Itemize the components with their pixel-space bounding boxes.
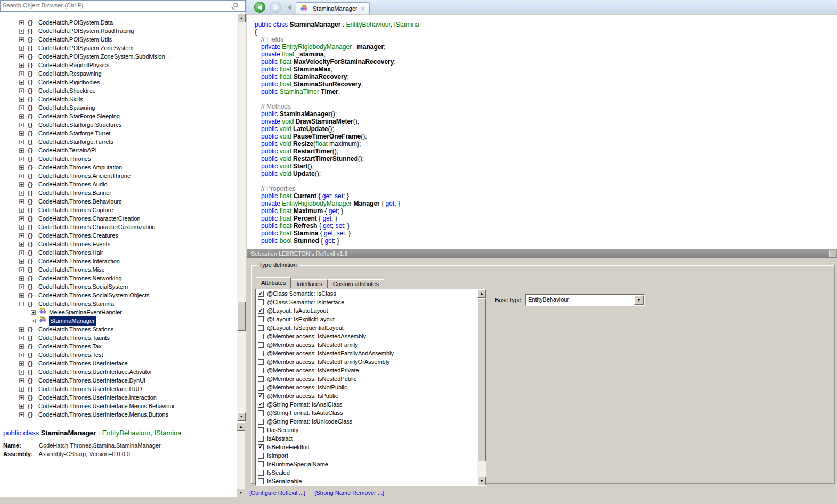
attribute-row[interactable]: IsSealed	[256, 468, 486, 477]
expand-toggle[interactable]: +	[19, 182, 24, 187]
tree-item[interactable]: +{}CodeHatch.Rigidbodies	[0, 78, 237, 86]
tree-item[interactable]: +{}CodeHatch.Thrones.UserInterface	[0, 359, 237, 368]
info-scrollbar[interactable]: ▲ ▼	[237, 422, 245, 497]
type-link[interactable]: float	[280, 73, 294, 80]
expand-toggle[interactable]: +	[19, 242, 24, 247]
attribute-row[interactable]: IsImport	[256, 451, 486, 460]
attribute-row[interactable]: @String Format: IsAutoClass	[256, 409, 486, 417]
type-link[interactable]: void	[280, 162, 293, 170]
tree-item[interactable]: +{}CodeHatch.Starforge.Turrets	[0, 137, 237, 146]
attribute-row[interactable]: HasSecurity	[256, 426, 486, 434]
type-link[interactable]: void	[280, 125, 293, 133]
attribute-row[interactable]: @Class Semantic: IsClass	[256, 289, 486, 298]
reflexil-tab-attributes[interactable]: Attributes	[256, 277, 291, 288]
scroll-down-icon[interactable]: ▼	[237, 412, 246, 421]
tree-item[interactable]: +{}CodeHatch.Thrones.Amputation	[0, 163, 237, 172]
search-input[interactable]	[1, 1, 230, 10]
expand-toggle[interactable]: +	[19, 131, 24, 136]
tab-scroll-left-icon[interactable]	[288, 5, 291, 10]
expand-toggle[interactable]: +	[31, 319, 36, 323]
attribute-row[interactable]: @Member access: IsNestedPrivate	[256, 366, 486, 375]
attribute-row[interactable]: @Member access: IsNotPublic	[256, 383, 486, 392]
type-link[interactable]: float	[280, 215, 294, 222]
checkbox[interactable]	[258, 402, 264, 408]
tree-item[interactable]: +{}CodeHatch.Thrones.Audio	[0, 180, 237, 189]
tree-item[interactable]: +{}CodeHatch.Thrones	[0, 155, 237, 163]
type-link[interactable]: void	[280, 140, 293, 148]
type-link[interactable]: void	[280, 170, 293, 177]
type-link[interactable]: float	[280, 80, 294, 88]
expand-toggle[interactable]: +	[19, 395, 24, 400]
tree-item[interactable]: +{}CodeHatch.Thrones.CharacterCustomizat…	[0, 223, 237, 231]
tree-item[interactable]: +{}CodeHatch.Thrones.UserInterface.HUD	[0, 385, 237, 393]
attribute-row[interactable]: @Layout: IsSequentialLayout	[256, 323, 486, 332]
type-link[interactable]: EntityBehaviour	[102, 429, 150, 437]
expand-toggle[interactable]: +	[19, 140, 24, 144]
type-link[interactable]: void	[280, 155, 293, 162]
expand-toggle[interactable]: +	[19, 199, 24, 204]
checkbox[interactable]	[258, 385, 264, 391]
tree-item[interactable]: +{}CodeHatch.Thrones.UserInterface.Menus…	[0, 419, 237, 421]
expand-toggle[interactable]: −	[19, 302, 24, 306]
tree-item[interactable]: +{}CodeHatch.POISystem.ZoneSystem	[0, 44, 237, 52]
checkbox[interactable]	[258, 470, 264, 476]
type-link[interactable]: float	[280, 192, 294, 200]
type-link[interactable]: float	[280, 222, 294, 230]
expand-toggle[interactable]: +	[19, 63, 24, 68]
tree-item[interactable]: +{}CodeHatch.Thrones.UserInterface.Activ…	[0, 368, 237, 376]
tree-item[interactable]: +{}CodeHatch.Thrones.Tax	[0, 342, 237, 351]
expand-toggle[interactable]: +	[19, 225, 24, 230]
tree-item[interactable]: +{}CodeHatch.Thrones.UserInterface.Menus…	[0, 410, 237, 419]
expand-toggle[interactable]: +	[19, 157, 24, 161]
tree-item[interactable]: +{}CodeHatch.Thrones.Stations	[0, 325, 237, 334]
checkbox[interactable]	[258, 359, 264, 365]
tree-item[interactable]: +{}CodeHatch.Thrones.Behaviours	[0, 197, 237, 206]
checkbox[interactable]	[258, 410, 264, 416]
forward-button[interactable]	[270, 2, 281, 13]
expand-toggle[interactable]: +	[19, 54, 24, 59]
expand-toggle[interactable]: +	[19, 293, 24, 298]
tree-scrollbar[interactable]: ▲ ▼	[237, 14, 246, 421]
tree-item[interactable]: +{}CodeHatch.RagdollPhysics	[0, 61, 237, 69]
tree-item[interactable]: +{}CodeHatch.POISystem.RoadTracing	[0, 27, 237, 35]
attribute-row[interactable]: IsRuntimeSpecialName	[256, 460, 486, 468]
tree-item[interactable]: +{}CodeHatch.POISystem.ZoneSystem.Subdiv…	[0, 52, 237, 61]
checkbox[interactable]	[258, 436, 264, 442]
tree-item[interactable]: +{}CodeHatch.Thrones.UserInterface.Menus…	[0, 402, 237, 410]
tree-item[interactable]: +{}CodeHatch.Thrones.Misc	[0, 265, 237, 274]
expand-toggle[interactable]: +	[19, 378, 24, 383]
scroll-up-icon[interactable]: ▲	[237, 14, 246, 22]
tree-item[interactable]: +{}CodeHatch.Thrones.SocialSystem.Object…	[0, 291, 237, 299]
expand-toggle[interactable]: +	[31, 310, 36, 315]
type-link[interactable]: void	[280, 133, 293, 140]
tree-item[interactable]: +{}CodeHatch.StarForge.Sleeping	[0, 112, 237, 120]
expand-toggle[interactable]: +	[19, 208, 24, 213]
tree-item[interactable]: +{}CodeHatch.Thrones.UserInterface.Inter…	[0, 393, 237, 402]
tree-item[interactable]: +{}CodeHatch.Thrones.SocialSystem	[0, 282, 237, 291]
attribute-row[interactable]: @Member access: IsPublic	[256, 392, 486, 400]
attribute-row[interactable]: @Member access: IsNestedPublic	[256, 375, 486, 383]
attribute-row[interactable]: IsBeforeFieldInit	[256, 443, 486, 451]
attribute-row[interactable]: @Member access: IsNestedFamilyOrAssembly	[256, 357, 486, 366]
type-link[interactable]: float	[280, 66, 294, 73]
type-link[interactable]: void	[280, 148, 293, 155]
tab-staminamanager[interactable]: StaminaManager ✕	[296, 2, 370, 14]
checkbox[interactable]	[258, 461, 264, 467]
tree-item[interactable]: +{}CodeHatch.Thrones.Events	[0, 240, 237, 248]
attribute-row[interactable]: @Layout: IsAutoLayout	[256, 306, 486, 315]
expand-toggle[interactable]: +	[19, 71, 24, 76]
checkbox[interactable]	[258, 393, 264, 399]
tree-item[interactable]: +{}CodeHatch.Thrones.CharacterCreation	[0, 214, 237, 223]
reflexil-tab-interfaces[interactable]: Interfaces	[291, 279, 327, 288]
tree-item[interactable]: −{}CodeHatch.Thrones.Stamina	[0, 299, 237, 308]
scrollbar-thumb[interactable]	[477, 298, 486, 461]
search-icon[interactable]	[233, 3, 238, 7]
expand-toggle[interactable]: +	[19, 37, 24, 42]
scroll-up-icon[interactable]: ▲	[237, 422, 245, 431]
expand-toggle[interactable]: +	[19, 105, 24, 110]
tree-item[interactable]: +{}CodeHatch.Thrones.Hair	[0, 248, 237, 257]
attribute-row[interactable]: @Member access: IsNestedFamilyAndAssembl…	[256, 349, 486, 357]
expand-toggle[interactable]: +	[19, 267, 24, 272]
checkbox[interactable]	[258, 376, 264, 382]
expand-toggle[interactable]: +	[19, 165, 24, 170]
